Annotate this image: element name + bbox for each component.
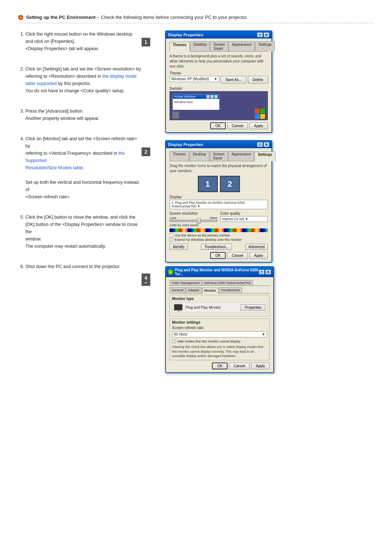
svg-rect-0 xyxy=(255,109,260,113)
dialog2-close-btn[interactable]: ✕ xyxy=(264,142,269,147)
dialog1-tab-desktop[interactable]: Desktop xyxy=(190,41,210,51)
dialog1-save-as-btn[interactable]: Save As... xyxy=(221,76,246,84)
dialog2-tab-screensaver[interactable]: Screen Saver xyxy=(210,151,228,161)
dialog3-close-btn[interactable]: ✕ xyxy=(265,270,271,275)
dialog3-tab-troubleshoot[interactable]: Troubleshoot xyxy=(219,287,242,293)
dialog2-checkbox1[interactable] xyxy=(170,234,173,237)
dialog2-checkbox2[interactable]: ✓ xyxy=(170,238,173,242)
dialog1-sample-titlebar: Active Window _ □ × xyxy=(173,94,219,99)
dialog1-tab-screensaver[interactable]: Screen Saver xyxy=(210,41,228,51)
dialog3-refresh-dropdown[interactable]: 60 Hertz ▼ xyxy=(172,331,267,337)
dialog2-color-value: Highest (32 bit) xyxy=(222,217,244,221)
dialog3-ok-btn[interactable]: OK xyxy=(212,362,227,369)
dialog1-ok-btn[interactable]: OK xyxy=(210,122,225,129)
step-2-link[interactable]: the display modetable supported xyxy=(25,74,136,86)
step-4-text: Click on [Monitor] tab and set the <Scre… xyxy=(25,136,139,199)
dialog3-monitor-type-row: Plug and Play Monitor Properties xyxy=(172,302,267,312)
dialog1-tab-themes[interactable]: Themes xyxy=(170,42,190,52)
dialog3-buttons: OK Cancel Apply xyxy=(170,362,270,369)
dialog1-title: Display Properties xyxy=(168,33,203,37)
dialog1-sample-box: Active Window _ □ × Window Text xyxy=(170,91,268,120)
dialog2-apply-btn[interactable]: Apply xyxy=(249,252,268,259)
dialog1-cancel-btn[interactable]: Cancel xyxy=(227,122,248,129)
dialog2-slider-row xyxy=(170,220,217,222)
dialog2-advanced-btn[interactable]: Advanced xyxy=(245,244,268,250)
dialog1-theme-dropdown[interactable]: Windows XP (Modified) ▼ xyxy=(170,76,219,82)
dialog3-tabs: Color Management GeForce 6200 TurboCache… xyxy=(170,280,270,286)
dialog1-tab-settings[interactable]: Settings xyxy=(255,41,275,51)
sample-min-btn: _ xyxy=(206,95,210,98)
dialogs-col: 1 Display Properties ? ✕ Themes Desktop … xyxy=(152,31,374,377)
dialog3-tabs2: General Adapter Monitor Troubleshoot xyxy=(170,287,270,293)
dialog4-wrapper: 4 N Plug and Play Monitor and NVIDIA GeF… xyxy=(152,266,374,377)
dialog2-title: Display Properties xyxy=(168,142,203,147)
step-6-text: Shut down the PC and connect to the proj… xyxy=(25,264,121,269)
dialog3-hide-modes-row: ✓ Hide modes that this monitor cannot di… xyxy=(172,340,267,343)
dialog2-slider-track[interactable] xyxy=(170,220,217,222)
step-1-text: Click the right mouse button on the Wind… xyxy=(25,32,132,51)
dialog1-description: A theme is a background plus a set of so… xyxy=(170,54,268,69)
dialog2-titlebar: Display Properties ? ✕ xyxy=(166,141,271,148)
dialog3-cancel-btn[interactable]: Cancel xyxy=(229,362,250,369)
dialog1-help-btn[interactable]: ? xyxy=(257,32,263,37)
dialog3: N Plug and Play Monitor and NVIDIA GeFor… xyxy=(165,266,274,373)
dialog1-tabs: Themes Desktop Screen Saver Appearance S… xyxy=(170,41,268,52)
step-3: Press the [Advanced] button. Another pro… xyxy=(25,108,142,122)
dialog1-body: Themes Desktop Screen Saver Appearance S… xyxy=(166,39,271,132)
step-3-text: Press the [Advanced] button. Another pro… xyxy=(25,109,99,121)
dialog3-hide-checkbox[interactable]: ✓ xyxy=(172,340,176,343)
dialog2-tab-settings[interactable]: Settings xyxy=(254,151,275,161)
dialog1-theme-row: Windows XP (Modified) ▼ Save As... Delet… xyxy=(170,76,268,84)
dialog1-window-text-label: Window Text xyxy=(174,100,218,104)
dialog2-slider-thumb[interactable] xyxy=(197,218,201,224)
dialog2-monitor-preview: 1 2 xyxy=(170,176,268,192)
dialog3-tab-colormgmt[interactable]: Color Management xyxy=(170,280,202,285)
dialog2-color-dropdown[interactable]: Highest (32 bit) ▼ xyxy=(220,216,268,222)
dialog2-ok-btn[interactable]: OK xyxy=(210,252,225,259)
dialog1-controls: ? ✕ xyxy=(257,32,269,37)
dialog3-help-btn[interactable]: ? xyxy=(259,270,265,275)
dialog2-tab-themes[interactable]: Themes xyxy=(170,151,189,161)
dialog2-tab-desktop[interactable]: Desktop xyxy=(189,151,209,161)
nvidia-icon: N xyxy=(168,269,173,275)
dialog2-troubleshoot-btn[interactable]: Troubleshoot... xyxy=(201,244,232,250)
dialog3-monitor-type-label: Monitor type xyxy=(172,297,267,301)
dialog2-slider-labels: Less More xyxy=(170,216,217,220)
dialog1-close-btn[interactable]: ✕ xyxy=(264,32,269,37)
dialog2-display-dropdown[interactable]: 1. Plug and Play Monitor on NVIDIA GeFor… xyxy=(170,200,268,209)
steps-col: Click the right mouse button on the Wind… xyxy=(18,31,142,377)
dialog3-titlebar: N Plug and Play Monitor and NVIDIA GeFor… xyxy=(166,267,273,277)
dialog3-tab-adapter[interactable]: Adapter xyxy=(186,287,202,293)
dialog3-screen-refresh-label: Screen refresh rate: xyxy=(172,326,267,330)
dialog1-sample-body: Window Text xyxy=(173,99,219,110)
step-5: Click the [OK] button to close the windo… xyxy=(25,214,142,250)
dialog3-controls: ? ✕ xyxy=(259,270,271,275)
dialog2-help-btn[interactable]: ? xyxy=(257,142,263,147)
step-5-text: Click the [OK] button to close the windo… xyxy=(25,215,138,249)
dialog2-more-label: More xyxy=(210,216,217,220)
dialog1: Display Properties ? ✕ Themes Desktop Sc… xyxy=(165,31,272,133)
dialog2-buttons: OK Cancel Apply xyxy=(170,252,268,259)
dialog3-tab-geforce[interactable]: GeForce 6200 TurboCache(TM) xyxy=(202,280,253,285)
dialog1-apply-btn[interactable]: Apply xyxy=(249,122,268,129)
dialog2-tab-appearance[interactable]: Appearance xyxy=(228,151,254,161)
dialog2-checkbox2-row: ✓ Extend my Windows desktop onto this mo… xyxy=(170,238,268,242)
main-content: Click the right mouse button on the Wind… xyxy=(18,31,374,377)
dialog3-properties-btn[interactable]: Properties xyxy=(241,304,265,311)
dialog3-title: Plug and Play Monitor and NVIDIA GeForce… xyxy=(175,268,259,276)
dialog3-tab-general[interactable]: General xyxy=(170,287,185,293)
dialog1-tab-appearance[interactable]: Appearance xyxy=(229,41,255,51)
dialog3-tab-monitor[interactable]: Monitor xyxy=(202,288,219,293)
dialog2-identify-btn[interactable]: Identify xyxy=(170,244,188,250)
dialog2-body: Themes Desktop Screen Saver Appearance S… xyxy=(166,148,271,262)
dialog2-resolution: Screen resolution Less More 1280 by 1024 xyxy=(170,211,217,227)
windows-logo xyxy=(255,109,265,119)
step-1: Click the right mouse button on the Wind… xyxy=(25,31,142,52)
dialog2-display-arrow: ▼ xyxy=(197,204,200,208)
dialog3-apply-btn[interactable]: Apply xyxy=(251,362,270,369)
svg-rect-3 xyxy=(260,114,265,119)
step-4-link[interactable]: the Supported Resolution/Size Modes tabl… xyxy=(25,151,125,170)
dialog2-controls: ? ✕ xyxy=(257,142,269,147)
dialog2-cancel-btn[interactable]: Cancel xyxy=(227,252,248,259)
dialog1-delete-btn[interactable]: Delete xyxy=(248,76,268,84)
